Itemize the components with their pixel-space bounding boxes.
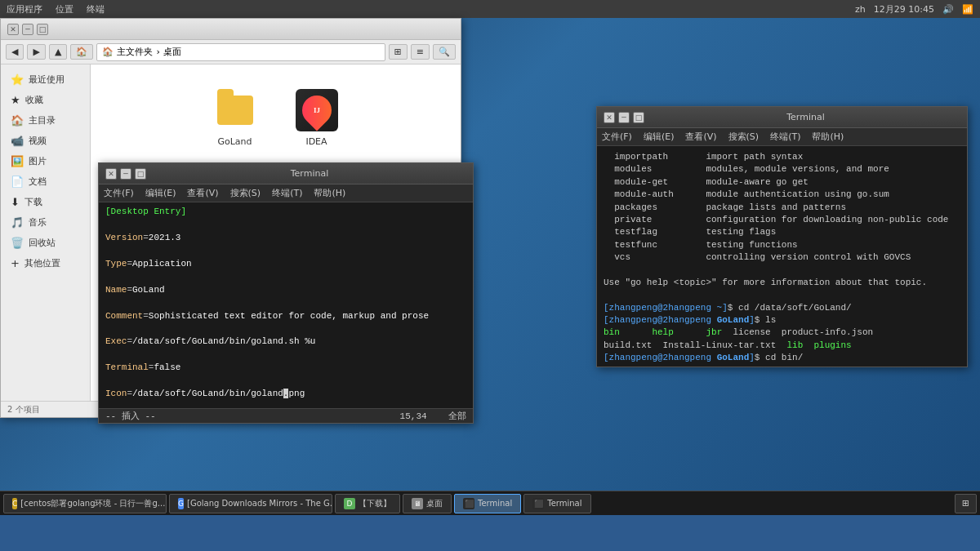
term-front-close[interactable]: ✕ — [105, 168, 117, 180]
term-back-menu-help[interactable]: 帮助(H) — [812, 131, 844, 143]
sidebar-item-music[interactable]: 🎵 音乐 — [1, 212, 90, 233]
taskbar-app-centos[interactable]: C [centos部署golang环境 - 日行一善g... — [3, 494, 167, 513]
term-back-max[interactable]: □ — [633, 112, 644, 123]
sidebar-item-video[interactable]: 📹 视频 — [1, 131, 90, 151]
window-controls: ✕ ─ □ — [7, 24, 48, 35]
term-front-menu-search[interactable]: 搜索(S) — [230, 187, 261, 199]
vim-line-11: Exec=/data/soft/GoLand/bin/goland.sh %u — [105, 335, 466, 349]
sidebar-item-downloads[interactable]: ⬇️ 下载 — [1, 192, 90, 212]
download-tab-label: 【下载】 — [359, 498, 391, 509]
taskbar-app-terminal2[interactable]: ⬛ Terminal — [523, 494, 590, 513]
term-front-min[interactable]: ─ — [120, 168, 131, 180]
addr-sep: › — [156, 47, 159, 57]
nav-up-btn[interactable]: ▲ — [49, 44, 67, 60]
term-back-close[interactable]: ✕ — [604, 112, 615, 123]
term-front-menu-view[interactable]: 查看(V) — [187, 187, 218, 199]
home-icon: 🏠 — [102, 47, 114, 57]
term-line-9: vcs controlling version control with GOV… — [604, 251, 960, 264]
search-btn[interactable]: 🔍 — [433, 44, 456, 60]
term-back-menu-view[interactable]: 查看(V) — [685, 131, 716, 143]
term-front-max[interactable]: □ — [135, 168, 146, 180]
taskbar-app-golang[interactable]: G [Golang Downloads Mirrors - The G... — [169, 494, 332, 513]
term-line-2: modules modules, module versions, and mo… — [604, 163, 960, 176]
terminal-front-titlebar: ✕ ─ □ Terminal — [99, 163, 473, 184]
term-front-menu-edit[interactable]: 编辑(E) — [145, 187, 176, 199]
term-line-17: [zhangpeng@2hangpeng GoLand]$ cd bin/ — [604, 352, 960, 364]
top-bar-right: zh 12月29 10:45 🔊 📶 — [855, 3, 973, 16]
sidebar-label-docs: 文档 — [29, 176, 47, 188]
sidebar-label-recent: 最近使用 — [29, 73, 65, 86]
sidebar-item-recent[interactable]: ⭐ 最近使用 — [1, 69, 90, 90]
vim-line-12 — [105, 349, 466, 362]
term-line-15: bin help jbr license product-info.json — [604, 327, 960, 339]
file-manager-titlebar: ✕ ─ □ — [1, 19, 461, 40]
terminal-back-menu: 文件(F) 编辑(E) 查看(V) 搜索(S) 终端(T) 帮助(H) — [597, 128, 967, 146]
menu-apps[interactable]: 应用程序 — [7, 3, 42, 16]
minimize-btn[interactable]: ─ — [22, 24, 33, 35]
terminal-back-content: importpath import path syntax modules mo… — [597, 146, 967, 367]
term-back-menu-file[interactable]: 文件(F) — [602, 131, 632, 143]
network-icon[interactable]: 📶 — [962, 4, 973, 15]
recent-icon: ⭐ — [11, 73, 24, 86]
goland-folder-icon[interactable]: GoLand — [207, 89, 264, 147]
address-current: 桌面 — [163, 46, 181, 58]
downloads-icon: ⬇️ — [11, 196, 20, 208]
term-front-menu-file[interactable]: 文件(F) — [104, 187, 134, 199]
vim-line-7: Name=GoLand — [105, 284, 466, 297]
taskbar-right: ⊞ — [955, 494, 977, 513]
sidebar-item-pictures[interactable]: 🖼️ 图片 — [1, 151, 90, 171]
term-back-controls: ✕ ─ □ — [604, 112, 644, 123]
menu-places[interactable]: 位置 — [56, 3, 74, 16]
term-front-menu-terminal[interactable]: 终端(T) — [272, 187, 302, 199]
taskbar-app-download[interactable]: D 【下载】 — [335, 494, 400, 513]
volume-icon[interactable]: 🔊 — [942, 4, 954, 15]
address-bar[interactable]: 🏠 主文件夹 › 桌面 — [96, 43, 385, 61]
vim-line-15: Icon=/data/soft/GoLand/bin/goland.png — [105, 388, 466, 401]
sort-btn[interactable]: ≡ — [411, 44, 430, 60]
home-btn[interactable]: 🏠 — [70, 44, 93, 60]
term-back-menu-edit[interactable]: 编辑(E) — [644, 131, 675, 143]
taskbar-app-desktop[interactable]: 🖥 桌面 — [403, 494, 452, 513]
term-back-min[interactable]: ─ — [618, 112, 630, 123]
desktop-favicon: 🖥 — [412, 498, 423, 509]
term-back-menu-search[interactable]: 搜索(S) — [728, 131, 760, 143]
sidebar-item-starred[interactable]: ★ 收藏 — [1, 90, 90, 110]
video-icon: 📹 — [11, 135, 24, 147]
term-line-4: module-auth module authentication using … — [604, 189, 960, 201]
address-text: 主文件夹 — [117, 46, 153, 58]
term-line-16: build.txt Install-Linux-tar.txt lib plug… — [604, 340, 960, 352]
vim-line-6 — [105, 271, 466, 284]
nav-back-btn[interactable]: ◀ — [6, 44, 24, 60]
idea-text: IJ — [313, 106, 319, 114]
term-front-controls: ✕ ─ □ — [105, 168, 146, 180]
term-line-11: Use "go help <topic>" for more informati… — [604, 277, 960, 289]
file-manager-sidebar: ⭐ 最近使用 ★ 收藏 🏠 主目录 📹 视频 🖼️ 图片 — [1, 64, 91, 401]
sidebar-item-other[interactable]: + 其他位置 — [1, 253, 90, 273]
sidebar-label-home: 主目录 — [29, 114, 56, 127]
vim-line-2 — [105, 219, 466, 232]
sidebar-label-downloads: 下载 — [24, 196, 42, 208]
datetime: 12月29 10:45 — [874, 3, 934, 16]
sidebar-item-home[interactable]: 🏠 主目录 — [1, 110, 90, 131]
vim-line-9: Comment=Sophisticated text editor for co… — [105, 310, 466, 323]
nav-forward-btn[interactable]: ▶ — [27, 44, 45, 60]
taskbar-window-btn[interactable]: ⊞ — [955, 494, 977, 513]
trash-icon: 🗑️ — [11, 237, 24, 249]
menu-terminal[interactable]: 终端 — [87, 3, 105, 16]
centos-favicon: C — [12, 498, 17, 509]
sidebar-item-trash[interactable]: 🗑️ 回收站 — [1, 233, 90, 253]
taskbar-app-terminal1[interactable]: ⬛ Terminal — [454, 494, 521, 513]
term-line-8: testfunc testing functions — [604, 239, 960, 251]
download-favicon: D — [344, 498, 355, 509]
sidebar-label-pictures: 图片 — [29, 155, 47, 167]
term-line-13: [zhangpeng@2hangpeng ~]$ cd /data/soft/G… — [604, 302, 960, 314]
term-line-14: [zhangpeng@2hangpeng GoLand]$ ls — [604, 314, 960, 327]
idea-app-icon[interactable]: IJ IDEA — [288, 89, 345, 147]
vim-line-13: Terminal=false — [105, 362, 466, 375]
sidebar-item-docs[interactable]: 📄 文档 — [1, 171, 90, 192]
close-btn[interactable]: ✕ — [7, 24, 19, 35]
maximize-btn[interactable]: □ — [37, 24, 48, 35]
view-mode-btn[interactable]: ⊞ — [389, 44, 408, 60]
term-front-menu-help[interactable]: 帮助(H) — [314, 187, 345, 199]
term-back-menu-terminal[interactable]: 终端(T) — [770, 131, 800, 143]
